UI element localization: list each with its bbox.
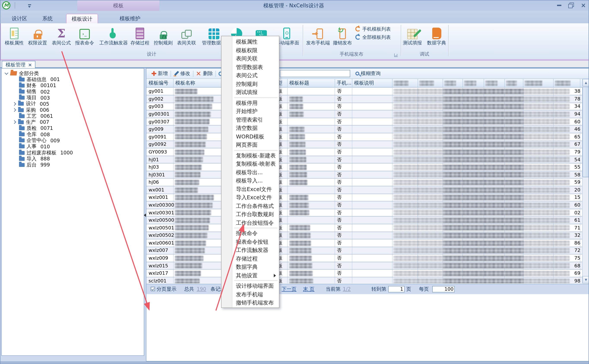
menu-item-存储过程[interactable]: 存储过程 (221, 254, 279, 263)
grid-row-wxlz007[interactable]: wxlz007填报模板否72 (146, 247, 582, 254)
grid-row-gy003[interactable]: gy003填报模板否34 (146, 103, 582, 110)
ribbon-button-撤销发布[interactable]: 撤销发布 (333, 24, 352, 46)
tree-item-全部分类[interactable]: 全部分类 (2, 70, 144, 76)
menu-item-控制规则[interactable]: 控制规则 (221, 80, 279, 88)
tree-item-设计[interactable]: 设计005 (2, 101, 144, 107)
grid-row-wxlz00502[interactable]: wxlz00502填报模板否32 (146, 232, 582, 239)
grid-row-hj03[interactable]: hj03填报模板否55 (146, 164, 582, 171)
grid-row-wxlz00601[interactable]: wxlz00601填报模板否86 (146, 239, 582, 247)
ribbon-button-手机模板列表[interactable]: 手机模板列表 (355, 26, 391, 32)
ribbon-button-测试填报[interactable]: 测试填报 (402, 24, 422, 46)
scroll-up-icon[interactable]: ▲ (582, 79, 589, 86)
tree-item-销售[interactable]: 销售002 (2, 89, 144, 95)
grid-row-gy009[interactable]: gy009填报模板否46 (146, 126, 582, 133)
menu-item-其他设置[interactable]: 其他设置 (221, 271, 279, 280)
column-header-blurred[interactable] (523, 79, 554, 87)
tree-item-企管中心[interactable]: 企管中心009 (2, 137, 144, 143)
menu-item-工作流触发器[interactable]: 工作流触发器 (221, 246, 279, 254)
tree-item-质检[interactable]: 质检0071 (2, 125, 144, 131)
vertical-scrollbar[interactable]: ▲ ▼ (582, 79, 589, 283)
ribbon-button-报表命令[interactable]: ›_报表命令 (75, 24, 94, 46)
per-page-input[interactable] (432, 286, 455, 292)
grid-row-hj0301[interactable]: hj0301填报模板否58 (146, 171, 582, 179)
search-input[interactable] (280, 70, 350, 77)
grid-row-wxlz00301[interactable]: wxlz00301填报模板否02 (146, 209, 582, 217)
menu-item-模板权限[interactable]: 模板权限 (221, 46, 279, 54)
column-header-手机...[interactable]: 手机... (335, 79, 352, 87)
grid-row-wxlz00300[interactable]: wxlz00300填报模板否60 (146, 202, 582, 209)
grid-row-wxlz017[interactable]: wxlz017填报模板否69 (146, 270, 582, 277)
next-page-link[interactable]: 下一页 (281, 286, 296, 292)
grid-row-GY0093[interactable]: GY0093填报模板否79 (146, 148, 582, 156)
tree-item-财务[interactable]: 财务00101 (2, 83, 144, 89)
tree-item-仓库[interactable]: 仓库008 (2, 131, 144, 137)
menu-item-撤销手机端发布[interactable]: 撤销手机端发布 (221, 299, 279, 307)
menu-item-设计移动端界面[interactable]: 设计移动端界面 (221, 282, 279, 290)
grid-row-gy002[interactable]: gy002填报模板否78 (146, 95, 582, 103)
ribbon-button-表间公式[interactable]: Σ表间公式 (51, 24, 71, 46)
goto-page-input[interactable] (388, 286, 405, 292)
tree-item-工艺[interactable]: 工艺0061 (2, 113, 144, 119)
grid-row-wxlz009[interactable]: wxlz009填报模板否75 (146, 255, 582, 262)
menu-item-模板停用[interactable]: 模板停用 (221, 98, 279, 107)
tab-template-management[interactable]: 模板管理 × (2, 61, 35, 68)
grid-row-wx001[interactable]: wx001填报模板否20 (146, 186, 582, 194)
grid-row-gy00301[interactable]: gy00301填报模板否94 (146, 110, 582, 118)
tab-system[interactable]: 系统 (37, 13, 58, 23)
menu-item-导入Excel文件[interactable]: 导入Excel文件 (221, 193, 279, 202)
ribbon-button-数据字典[interactable]: 数据字典 (427, 24, 447, 46)
grid-row-hj01[interactable]: hj01填报模板否54 (146, 156, 582, 163)
grid-row-gy0092[interactable]: gy0092填报模板否67 (146, 141, 582, 148)
minimize-button[interactable] (556, 3, 563, 8)
chevron-right-icon[interactable] (13, 108, 16, 112)
delete-button[interactable]: ✕ 删除 (193, 69, 215, 78)
menu-item-管理数据表[interactable]: 管理数据表 (221, 63, 279, 71)
edit-button[interactable]: 修改 (171, 69, 193, 78)
menu-item-数据字典[interactable]: 数据字典 (221, 263, 279, 271)
ribbon-button-表间关联[interactable]: 表间关联 (177, 24, 196, 46)
column-header-模板说明[interactable]: 模板说明 (352, 79, 393, 87)
app-logo-icon[interactable]: M (2, 1, 10, 9)
dialog-launcher-icon[interactable] (394, 53, 398, 57)
restore-button[interactable] (568, 3, 575, 8)
grid-row-gy0091[interactable]: gy0091填报模板否65 (146, 133, 582, 141)
menu-item-测试填报[interactable]: 测试填报 (221, 88, 279, 96)
scroll-down-icon[interactable]: ▼ (582, 276, 589, 283)
chevron-right-icon[interactable] (13, 102, 16, 106)
tree-item-人事[interactable]: 人事010 (2, 144, 144, 150)
ribbon-button-发布手机端[interactable]: 发布手机端 (306, 24, 328, 46)
tab-template-maintain[interactable]: 模板维护 (114, 13, 146, 23)
menu-item-模板属性[interactable]: 模板属性 (221, 38, 279, 46)
column-header-blurred[interactable] (463, 79, 484, 87)
menu-item-报表命令[interactable]: 报表命令 (221, 229, 279, 237)
menu-item-工作台按钮指令[interactable]: 工作台按钮指令 (221, 218, 279, 227)
tree-item-过程废弃模板[interactable]: 过程废弃模板1000 (2, 150, 144, 156)
column-header-blurred[interactable] (484, 79, 505, 87)
menu-item-网页界面[interactable]: 网页界面 (221, 141, 279, 149)
menu-item-报表命令按钮[interactable]: 报表命令按钮 (221, 237, 279, 246)
menu-item-WORD模板[interactable]: WORD模板 (221, 132, 279, 141)
menu-item-工作台取数规则[interactable]: 工作台取数规则 (221, 210, 279, 218)
ribbon-button-工作流触发器[interactable]: 工作流触发器 (99, 24, 126, 46)
add-button[interactable]: 新增 (149, 69, 170, 78)
close-tab-icon[interactable]: × (28, 62, 32, 67)
tree-item-导入[interactable]: 导入888 (2, 156, 144, 162)
menu-item-管理表索引[interactable]: 管理表索引 (221, 115, 279, 124)
menu-item-开始维护[interactable]: 开始维护 (221, 107, 279, 115)
tab-design-area[interactable]: 设计区 (7, 13, 32, 23)
last-page-link[interactable]: 末 页 (303, 286, 314, 292)
column-header-blurred[interactable] (443, 79, 463, 87)
tree-item-生产[interactable]: 生产007 (2, 119, 144, 125)
grid-row-gy001[interactable]: gy001填报模板否38 (146, 88, 582, 95)
grid-row-sclz001[interactable]: sclz001填报模板否98 (146, 277, 582, 283)
menu-item-模板导出...[interactable]: 模板导出... (221, 168, 279, 176)
tree-item-基础信息[interactable]: 基础信息001 (2, 76, 144, 82)
menu-item-模板导入...[interactable]: 模板导入... (221, 176, 279, 185)
ribbon-button-权限设置[interactable]: 权限设置 (28, 24, 47, 46)
ribbon-button-全部模板列表[interactable]: 全部模板列表 (355, 34, 391, 40)
close-button[interactable]: × (580, 3, 587, 8)
column-header-blurred[interactable] (554, 79, 580, 87)
grid-row-wxlz001[interactable]: wxlz001填报模板否15 (146, 194, 582, 202)
menu-item-工作台条件格式[interactable]: 工作台条件格式 (221, 202, 279, 210)
tab-template-design[interactable]: 模板设计 (66, 13, 98, 23)
